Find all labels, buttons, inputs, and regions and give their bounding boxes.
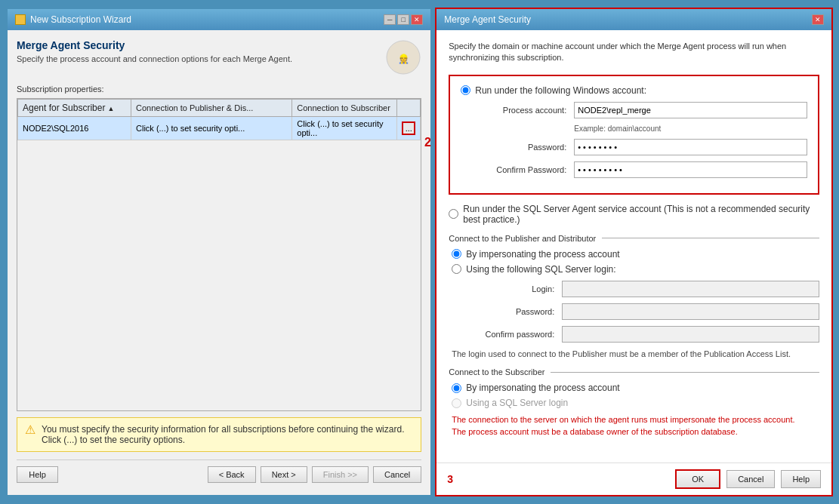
by-impersonating-pub-radio[interactable] — [452, 249, 461, 259]
process-account-input[interactable] — [574, 102, 807, 118]
svg-text:👷: 👷 — [398, 53, 409, 64]
left-panel: New Subscription Wizard ─ □ ✕ Merge Agen… — [6, 8, 432, 496]
right-content: Specify the domain or machine account un… — [436, 30, 831, 463]
wizard-header: Merge Agent Security Specify the process… — [17, 39, 421, 75]
wizard-subtitle: Specify the process account and connecti… — [17, 54, 292, 63]
pub-connection-cell: Click (...) to set security opti... — [131, 117, 292, 140]
sub-using-sql-radio[interactable] — [452, 398, 461, 408]
pub-dist-divider: Connect to the Publisher and Distributor — [449, 234, 819, 243]
sort-arrow: ▲ — [107, 105, 114, 112]
finish-button[interactable]: Finish >> — [312, 466, 369, 483]
col-header-pub: Connection to Publisher & Dis... — [131, 100, 292, 117]
run-sql-radio-group: Run under the SQL Server Agent service a… — [449, 204, 819, 225]
confirm-password-row: Confirm Password: — [476, 161, 807, 178]
table-section: Agent for Subscriber▲ Connection to Publ… — [17, 98, 421, 411]
confirm-password-label: Confirm Password: — [476, 165, 574, 174]
warning-text: You must specify the security informatio… — [42, 424, 413, 445]
login-label: Login: — [464, 284, 562, 293]
sub-divider-line — [551, 372, 819, 373]
help-button[interactable]: Help — [781, 470, 821, 488]
sub-by-impersonating-radio[interactable] — [452, 383, 461, 393]
pub-password-input[interactable] — [562, 303, 819, 320]
sub-using-sql-label[interactable]: Using a SQL Server login — [452, 398, 819, 408]
sub-by-impersonating-label[interactable]: By impersonating the process account — [452, 383, 819, 393]
run-windows-label[interactable]: Run under the following Windows account: — [461, 85, 807, 96]
back-button[interactable]: < Back — [208, 466, 256, 483]
right-title-text: Merge Agent Security — [444, 14, 531, 25]
run-windows-radio[interactable] — [461, 85, 470, 95]
right-title-bar: Merge Agent Security ✕ — [436, 9, 831, 30]
subscriber-divider: Connect to the Subscriber — [449, 367, 819, 376]
wizard-icon: 👷 — [385, 39, 421, 75]
label-2: 2 — [424, 136, 431, 149]
run-sql-label[interactable]: Run under the SQL Server Agent service a… — [449, 204, 819, 225]
section-label: Subscription properties: — [17, 85, 421, 94]
cancel-button[interactable]: Cancel — [726, 470, 775, 488]
minimize-button[interactable]: ─ — [384, 14, 396, 25]
sub-connection-cell: Click (...) to set security opti... — [292, 117, 397, 140]
pub-confirm-label: Confirm password: — [464, 330, 562, 339]
run-sql-radio[interactable] — [449, 209, 458, 219]
connect-pub-dist-section: Connect to the Publisher and Distributor… — [449, 234, 819, 360]
ellipsis-cell: ... — [397, 117, 421, 140]
process-account-row: Process account: — [476, 102, 807, 118]
next-button[interactable]: Next > — [261, 466, 307, 483]
pub-confirm-input[interactable] — [562, 326, 819, 343]
access-list-info: The login used to connect to the Publish… — [452, 349, 819, 360]
security-box: Run under the following Windows account:… — [449, 75, 819, 195]
pub-password-label: Password: — [464, 307, 562, 316]
login-row: Login: — [464, 281, 819, 297]
wizard-footer: Help < Back Next > Finish >> Cancel — [17, 459, 421, 486]
subscription-table: Agent for Subscriber▲ Connection to Publ… — [17, 99, 421, 140]
subscriber-cell: NODE2\SQL2016 — [18, 117, 131, 140]
help-button[interactable]: Help — [17, 466, 58, 483]
right-panel: Merge Agent Security ✕ Specify the domai… — [435, 8, 833, 496]
right-footer: 3 OK Cancel Help — [436, 463, 831, 495]
pub-confirm-row: Confirm password: — [464, 326, 819, 343]
confirm-password-input[interactable] — [574, 161, 807, 178]
wizard-title: Merge Agent Security — [17, 39, 292, 51]
close-button[interactable]: ✕ — [411, 14, 423, 25]
pub-dist-title: Connect to the Publisher and Distributor — [449, 234, 596, 243]
password-row: Password: — [476, 139, 807, 155]
col-header-btn — [397, 100, 421, 117]
by-impersonating-pub-label[interactable]: By impersonating the process account — [452, 249, 819, 260]
run-windows-radio-group: Run under the following Windows account: — [461, 85, 807, 96]
login-input[interactable] — [562, 281, 819, 297]
app-icon — [15, 14, 26, 25]
table-row[interactable]: NODE2\SQL2016 Click (...) to set securit… — [18, 117, 421, 140]
password-input[interactable] — [574, 139, 807, 155]
divider-line — [602, 238, 819, 238]
right-description: Specify the domain or machine account un… — [449, 41, 819, 64]
left-title-text: New Subscription Wizard — [30, 14, 131, 25]
footer-right: < Back Next > Finish >> Cancel — [208, 466, 422, 483]
using-sql-login-radio[interactable] — [452, 264, 461, 274]
wizard-header-text: Merge Agent Security Specify the process… — [17, 39, 292, 63]
col-header-agent: Agent for Subscriber▲ — [18, 100, 131, 117]
title-bar-controls: ─ □ ✕ — [384, 14, 423, 25]
example-hint: Example: domain\account — [476, 124, 807, 133]
sub-red-info: The connection to the server on which th… — [452, 414, 819, 438]
col-header-sub: Connection to Subscriber — [292, 100, 397, 117]
cancel-button[interactable]: Cancel — [373, 466, 421, 483]
warning-icon: ⚠ — [25, 424, 35, 436]
warning-box: ⚠ You must specify the security informat… — [17, 417, 421, 452]
password-label: Password: — [476, 143, 574, 152]
table-wrapper: Agent for Subscriber▲ Connection to Publ… — [17, 98, 421, 411]
restore-button[interactable]: □ — [397, 14, 409, 25]
right-title-controls: ✕ — [812, 14, 824, 25]
ellipsis-button[interactable]: ... — [402, 121, 415, 135]
ok-button[interactable]: OK — [675, 469, 720, 489]
label-3: 3 — [447, 473, 453, 485]
subscriber-title: Connect to the Subscriber — [449, 367, 544, 376]
process-account-label: Process account: — [476, 106, 574, 115]
pub-password-row: Password: — [464, 303, 819, 320]
right-close-button[interactable]: ✕ — [812, 14, 824, 25]
left-title-bar: New Subscription Wizard ─ □ ✕ — [8, 9, 430, 30]
connect-subscriber-section: Connect to the Subscriber By impersonati… — [449, 367, 819, 438]
left-content: Merge Agent Security Specify the process… — [8, 30, 430, 495]
using-sql-login-label[interactable]: Using the following SQL Server login: — [452, 264, 819, 275]
